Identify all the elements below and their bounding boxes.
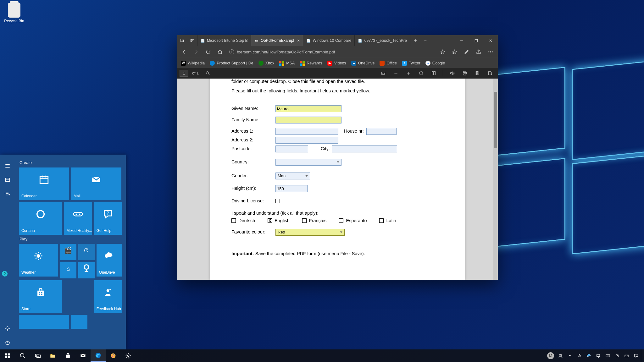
show-tabs-icon[interactable] bbox=[187, 35, 197, 46]
pdf-layout-icon[interactable] bbox=[428, 68, 439, 79]
nav-forward-button[interactable] bbox=[191, 47, 202, 57]
tile-home[interactable]: ⌂ bbox=[60, 262, 76, 278]
pdf-read-aloud-icon[interactable] bbox=[447, 68, 458, 79]
pdf-fit-icon[interactable] bbox=[378, 68, 389, 79]
tile-calendar[interactable]: Calendar bbox=[19, 167, 69, 200]
taskbar-search-button[interactable] bbox=[15, 349, 30, 362]
pdf-save-icon[interactable] bbox=[472, 68, 483, 79]
start-pinned-icon[interactable] bbox=[0, 173, 15, 187]
tray-action-center-icon[interactable] bbox=[631, 349, 641, 362]
tab-overflow-icon[interactable] bbox=[420, 35, 430, 46]
nav-refresh-button[interactable] bbox=[203, 47, 214, 57]
tab-intune[interactable]: 📄Microsoft Intune Step B bbox=[197, 35, 251, 46]
taskbar-paint[interactable] bbox=[106, 349, 121, 362]
fav-videos[interactable]: ▶Videos bbox=[327, 61, 346, 66]
pdf-scrollbar[interactable] bbox=[493, 79, 498, 280]
checkbox-esperanto[interactable] bbox=[339, 218, 343, 223]
task-view-button[interactable] bbox=[30, 349, 45, 362]
favorite-star-icon[interactable] bbox=[437, 47, 448, 57]
fav-office[interactable]: Office bbox=[380, 61, 397, 66]
input-postcode[interactable] bbox=[275, 145, 308, 152]
tile-cortana[interactable]: Cortana bbox=[19, 202, 62, 235]
select-gender[interactable]: Man bbox=[275, 173, 310, 179]
tray-network-icon[interactable] bbox=[594, 349, 603, 362]
input-address2[interactable] bbox=[275, 137, 338, 144]
tile-camera[interactable] bbox=[78, 262, 95, 278]
pdf-rotate-icon[interactable] bbox=[416, 68, 426, 79]
nav-home-button[interactable] bbox=[215, 47, 225, 57]
pdf-zoom-in-icon[interactable] bbox=[403, 68, 414, 79]
checkbox-latin[interactable] bbox=[379, 218, 384, 223]
fav-product-support[interactable]: Product Support | De bbox=[210, 61, 253, 66]
start-list-icon[interactable]: 7 bbox=[0, 187, 15, 200]
tray-keyboard-icon[interactable] bbox=[622, 349, 631, 362]
fav-msa[interactable]: MSA bbox=[279, 61, 295, 66]
checkbox-english[interactable]: X bbox=[268, 218, 272, 223]
tray-volume-icon[interactable] bbox=[575, 349, 584, 362]
pdf-viewport[interactable]: folder or computer desktop. Close this f… bbox=[177, 79, 498, 280]
start-power-icon[interactable] bbox=[0, 336, 15, 349]
checkbox-driving[interactable] bbox=[275, 199, 280, 203]
tile-partial-1[interactable] bbox=[19, 315, 69, 329]
tray-people-icon[interactable] bbox=[556, 349, 565, 362]
select-fav-colour[interactable]: Red bbox=[275, 229, 345, 236]
taskbar-people[interactable]: M bbox=[547, 352, 554, 359]
tile-weather[interactable]: Weather bbox=[19, 244, 58, 277]
taskbar-edge[interactable] bbox=[91, 349, 106, 362]
favorites-list-icon[interactable] bbox=[449, 47, 460, 57]
cortana-badge-icon[interactable]: ? bbox=[2, 271, 8, 277]
start-group-play[interactable]: Play bbox=[19, 237, 121, 241]
tray-onedrive-icon[interactable] bbox=[584, 349, 594, 362]
pdf-saveas-icon[interactable] bbox=[485, 68, 495, 79]
tile-onedrive[interactable]: OneDrive bbox=[97, 244, 122, 277]
pdf-search-icon[interactable] bbox=[203, 68, 213, 79]
tile-get-help[interactable]: ? Get Help bbox=[94, 202, 122, 235]
set-aside-tabs-icon[interactable] bbox=[177, 35, 187, 46]
fav-google[interactable]: GGoogle bbox=[425, 61, 445, 66]
fav-xbox[interactable]: Xbox bbox=[258, 61, 275, 66]
start-expand-icon[interactable] bbox=[0, 159, 15, 173]
new-tab-button[interactable] bbox=[410, 35, 420, 46]
tab-pdfform[interactable]: ▭OoPdfFormExampl× bbox=[251, 35, 303, 46]
tile-mixed-reality[interactable]: Mixed Reality... bbox=[64, 202, 92, 235]
start-settings-icon[interactable] bbox=[0, 322, 15, 336]
close-tab-icon[interactable]: × bbox=[297, 38, 300, 43]
start-button[interactable] bbox=[0, 349, 15, 362]
checkbox-deutsch[interactable] bbox=[231, 218, 236, 223]
window-close-button[interactable] bbox=[483, 35, 498, 46]
pdf-page-input[interactable]: 1 bbox=[180, 70, 188, 77]
show-desktop-button[interactable] bbox=[641, 349, 643, 362]
pdf-print-icon[interactable] bbox=[459, 68, 470, 79]
select-country[interactable] bbox=[275, 159, 341, 166]
checkbox-francais[interactable] bbox=[302, 218, 307, 223]
nav-back-button[interactable] bbox=[179, 47, 190, 57]
input-city[interactable] bbox=[332, 145, 397, 152]
taskbar-settings[interactable] bbox=[121, 349, 136, 362]
tile-partial-2[interactable] bbox=[71, 315, 87, 329]
address-bar[interactable]: i foersom.com/net/HowTo/data/OoPdfFormEx… bbox=[227, 49, 436, 54]
window-minimize-button[interactable] bbox=[454, 35, 469, 46]
tray-location-icon[interactable] bbox=[613, 349, 622, 362]
tab-ebook[interactable]: 📄697737_ebook_TechPre bbox=[355, 35, 410, 46]
input-family-name[interactable] bbox=[275, 117, 341, 123]
tab-win10compare[interactable]: 📄Windows 10 Compare bbox=[303, 35, 355, 46]
notes-icon[interactable] bbox=[461, 47, 472, 57]
fav-wikipedia[interactable]: WWikipedia bbox=[181, 61, 205, 66]
tray-overflow-icon[interactable] bbox=[565, 349, 575, 362]
tile-mail[interactable]: Mail bbox=[71, 167, 121, 200]
start-group-create[interactable]: Create bbox=[19, 160, 121, 165]
input-address1[interactable] bbox=[275, 128, 338, 135]
fav-onedrive[interactable]: ☁OneDrive bbox=[351, 61, 375, 66]
taskbar-explorer[interactable] bbox=[45, 349, 60, 362]
tile-store[interactable]: Store bbox=[19, 280, 62, 313]
fav-rewards[interactable]: Rewards bbox=[300, 61, 322, 66]
tile-movies[interactable]: 🎬 bbox=[60, 244, 76, 260]
tray-input-icon[interactable] bbox=[603, 349, 613, 362]
tile-alarms[interactable]: ⏱ bbox=[78, 244, 95, 260]
input-given-name[interactable] bbox=[275, 105, 341, 112]
site-info-icon[interactable]: i bbox=[229, 49, 234, 54]
desktop-icon-recycle-bin[interactable]: Recycle Bin bbox=[3, 3, 25, 23]
tile-feedback-hub[interactable]: Feedback Hub bbox=[94, 280, 122, 313]
share-icon[interactable] bbox=[473, 47, 484, 57]
fav-twitter[interactable]: tTwitter bbox=[402, 61, 420, 66]
